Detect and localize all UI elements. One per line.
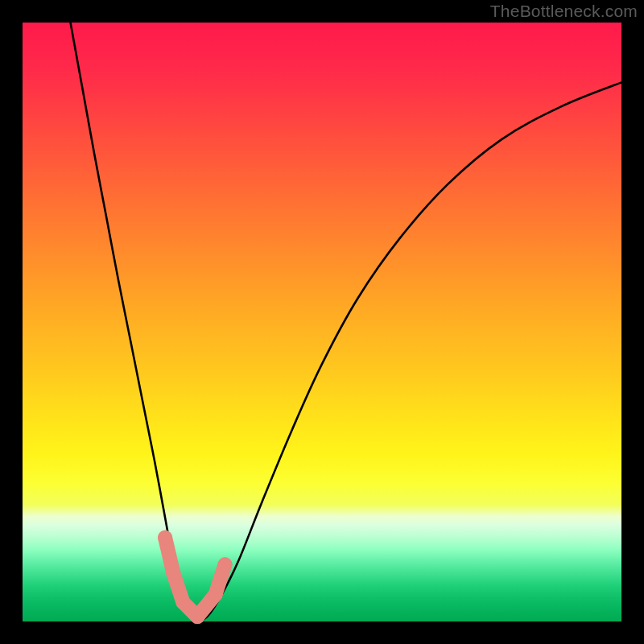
highlight-point [217, 557, 232, 572]
highlight-point [158, 530, 172, 545]
highlight-point [208, 588, 223, 602]
curve-path [71, 23, 621, 620]
chart-frame: TheBottleneck.com [0, 0, 644, 644]
highlight-markers [158, 530, 232, 624]
highlight-point [190, 609, 204, 624]
curve-layer [23, 23, 621, 621]
highlight-point [166, 566, 180, 580]
highlight-point [175, 595, 190, 609]
watermark-text: TheBottleneck.com [490, 2, 638, 21]
bottleneck-curve [71, 23, 621, 620]
plot-area [23, 23, 621, 621]
